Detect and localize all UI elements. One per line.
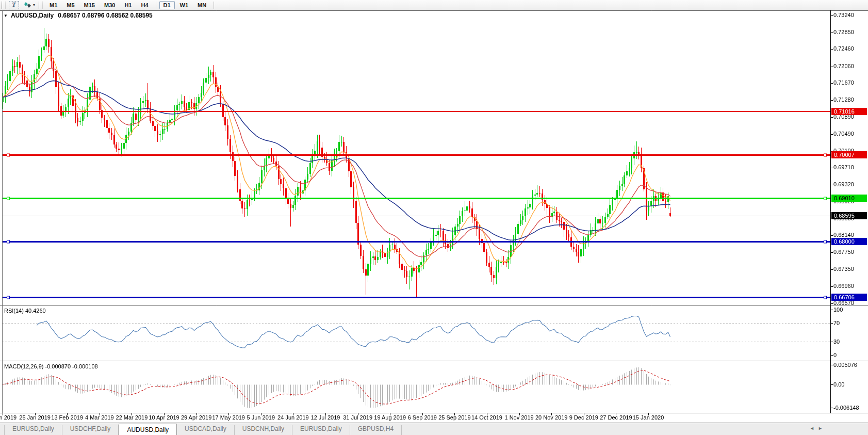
macd-scale-tick: 0.005076 xyxy=(833,362,857,368)
price-axis-tick: 0.67750 xyxy=(833,249,854,255)
tabs-scroll-left-icon[interactable]: ◄ xyxy=(810,426,814,431)
toolbar-grip[interactable] xyxy=(2,2,6,9)
date-axis-label: 12 Jul 2019 xyxy=(311,414,340,421)
timeframe-toolbar: M1M5M15M30H1H4D1W1MN xyxy=(45,1,217,9)
timeframe-button-h1[interactable]: H1 xyxy=(120,1,136,9)
rsi-scale-tick: 30 xyxy=(833,339,840,345)
dropdown-caret-icon: ▾ xyxy=(33,3,35,7)
arrow-style-icon xyxy=(24,2,31,8)
level-price-badge: 0.69010 xyxy=(831,195,867,202)
timeframe-button-m30[interactable]: M30 xyxy=(100,1,119,9)
date-axis-label: 13 Feb 2019 xyxy=(51,414,83,421)
symbol-tab-usdcad-daily[interactable]: USDCAD,Daily xyxy=(177,425,235,435)
chart-title: ▼ AUDUSD,Daily 0.68657 0.68796 0.68562 0… xyxy=(4,12,153,19)
toolbar-separator xyxy=(214,2,214,9)
date-axis-label: 10 Apr 2019 xyxy=(149,414,179,421)
date-axis-label: 29 Apr 2019 xyxy=(181,414,211,421)
tabs-scroll-right-icon[interactable]: ► xyxy=(818,426,823,431)
timeframe-button-d1[interactable]: D1 xyxy=(159,1,175,9)
rsi-scale-tick: 70 xyxy=(833,320,840,326)
collapse-triangle-icon[interactable]: ▼ xyxy=(4,13,8,18)
macd-scale-tick: -0.006148 xyxy=(833,405,859,411)
timeframe-button-m1[interactable]: M1 xyxy=(45,1,61,9)
date-axis-label: 15 Jan 2020 xyxy=(633,414,664,421)
symbol-tab-usdcnh-daily[interactable]: USDCNH,Daily xyxy=(235,425,292,435)
trading-terminal: T ▾ M1M5M15M30H1H4D1W1MN ▼ AUDUSD,Daily … xyxy=(0,0,868,435)
symbol-tab-eurusd-daily[interactable]: EURUSD,Daily xyxy=(292,425,350,435)
price-axis-tick: 0.72060 xyxy=(833,63,854,69)
price-axis-tick: 0.69710 xyxy=(833,164,854,170)
date-axis-label: 5 Jun 2019 xyxy=(247,414,275,421)
date-axis-label: 25 Sep 2019 xyxy=(438,414,470,421)
symbol-tab-usdchf-daily[interactable]: USDCHF,Daily xyxy=(62,425,119,435)
price-axis-tick: 0.73240 xyxy=(833,12,854,18)
date-axis-label: 4 Mar 2019 xyxy=(85,414,114,421)
macd-indicator-label: MACD(12,26,9) -0.000870 -0.000108 xyxy=(4,363,98,369)
rsi-scale-tick: 0 xyxy=(833,352,837,358)
date-axis-label: 24 Jun 2019 xyxy=(277,414,309,421)
arrow-style-tool-button[interactable]: ▾ xyxy=(22,1,37,9)
rsi-scale-tick: 100 xyxy=(833,307,843,313)
rsi-indicator-label: RSI(14) 40.4260 xyxy=(4,308,46,314)
chart-symbol-label: AUDUSD,Daily xyxy=(11,12,54,19)
level-price-badge: 0.70007 xyxy=(831,151,867,158)
text-tool-button[interactable]: T xyxy=(9,1,19,9)
toolbar: T ▾ M1M5M15M30H1H4D1W1MN xyxy=(0,0,868,10)
price-axis-tick: 0.71670 xyxy=(833,79,854,86)
date-axis-label: 27 Dec 2019 xyxy=(600,414,632,421)
price-axis-tick: 0.72850 xyxy=(833,29,854,35)
timeframe-button-m5[interactable]: M5 xyxy=(62,1,78,9)
date-axis-label: 9 Dec 2019 xyxy=(569,414,598,421)
symbol-tab-audusd-daily[interactable]: AUDUSD,Daily xyxy=(119,424,177,435)
price-axis-tick: 0.67350 xyxy=(833,266,854,272)
chart-tabs-bar: EURUSD,DailyUSDCHF,DailyAUDUSD,DailyUSDC… xyxy=(0,423,868,435)
price-axis-tick: 0.66960 xyxy=(833,283,854,289)
level-price-badge: 0.68000 xyxy=(831,238,867,245)
date-axis-label: 17 May 2019 xyxy=(212,414,245,421)
date-axis-label: 22 Mar 2019 xyxy=(116,414,148,421)
price-axis-tick: 0.71280 xyxy=(833,96,854,103)
timeframe-button-m15[interactable]: M15 xyxy=(80,1,99,9)
price-axis-tick: 0.68140 xyxy=(833,232,854,238)
date-axis-label: 20 Nov 2019 xyxy=(535,414,567,421)
chart-ohlc-values: 0.68657 0.68796 0.68562 0.68595 xyxy=(58,12,153,19)
price-axis-tick: 0.70490 xyxy=(833,131,854,137)
symbol-tab-gbpusd-h4[interactable]: GBPUSD,H4 xyxy=(350,425,402,435)
date-axis-label: 14 Oct 2019 xyxy=(471,414,502,421)
timeframe-button-h4[interactable]: H4 xyxy=(137,1,152,9)
macd-scale-tick: 0.00 xyxy=(833,381,844,388)
timeframe-button-mn[interactable]: MN xyxy=(193,1,210,9)
chart-canvas[interactable] xyxy=(0,0,868,435)
level-price-badge: 0.71016 xyxy=(831,108,867,115)
price-axis-tick: 0.72460 xyxy=(833,45,854,52)
date-axis-label: 19 Aug 2019 xyxy=(374,414,406,421)
date-axis-label: 25 Jan 2019 xyxy=(19,414,51,421)
toolbar-grip[interactable] xyxy=(39,2,43,9)
current-price-badge: 0.68595 xyxy=(831,212,867,219)
date-axis-label: 31 Jul 2019 xyxy=(343,414,372,421)
date-axis-label: 7 Jan 2019 xyxy=(0,414,17,421)
timeframe-button-w1[interactable]: W1 xyxy=(176,1,193,9)
date-axis-label: 6 Sep 2019 xyxy=(408,414,437,421)
symbol-tab-eurusd-daily[interactable]: EURUSD,Daily xyxy=(4,425,62,435)
level-price-badge: 0.66706 xyxy=(831,294,867,301)
date-axis-label: 1 Nov 2019 xyxy=(504,414,533,421)
toolbar-separator xyxy=(156,2,156,9)
price-axis-tick: 0.69320 xyxy=(833,181,854,187)
